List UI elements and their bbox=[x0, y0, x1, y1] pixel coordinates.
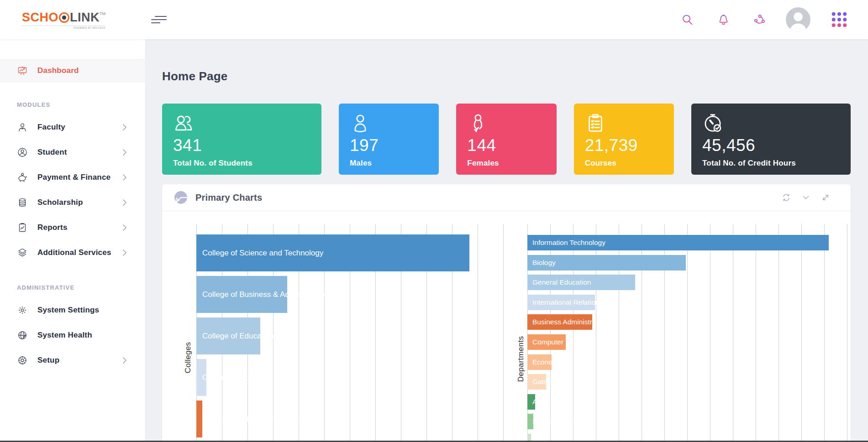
chevron-right-icon bbox=[122, 249, 127, 256]
stat-label: Total No. of Students bbox=[173, 159, 310, 168]
chevron-right-icon bbox=[122, 124, 127, 131]
sidebar-item-additional-services[interactable]: Additional Services bbox=[0, 240, 145, 265]
chart-bar-label: Computer Science bbox=[527, 334, 566, 350]
user-avatar[interactable] bbox=[786, 7, 810, 32]
settings-gear-icon bbox=[17, 305, 28, 316]
primary-charts-panel: Primary Charts bbox=[162, 184, 851, 442]
gridline bbox=[801, 224, 802, 442]
sidebar-item-label: Dashboard bbox=[37, 66, 79, 75]
faculty-icon bbox=[17, 122, 28, 133]
report-clipboard-icon bbox=[17, 222, 28, 233]
charts-area: Colleges Departments College of Science … bbox=[162, 211, 851, 442]
sidebar-item-faculty[interactable]: Faculty bbox=[0, 114, 145, 140]
top-header: SCHO LINK TM POWERED BY MOLTECH bbox=[0, 0, 868, 39]
chart-bar-label: College of Arts and Humanities bbox=[196, 400, 202, 437]
chart-bar[interactable]: General Education bbox=[527, 275, 635, 290]
chart-bar[interactable]: Economics bbox=[527, 354, 552, 370]
gridline bbox=[503, 224, 504, 442]
refresh-icon[interactable] bbox=[781, 192, 791, 203]
panel-header: Primary Charts bbox=[162, 184, 851, 211]
stat-card-males[interactable]: 197 Males bbox=[339, 104, 439, 175]
sidebar-item-reports[interactable]: Reports bbox=[0, 215, 145, 240]
stat-card-females[interactable]: 144 Females bbox=[456, 104, 556, 175]
notifications-bell-icon[interactable] bbox=[717, 14, 730, 26]
chart-bar-label: Economics bbox=[527, 354, 552, 370]
page-title: Home Page bbox=[162, 69, 851, 83]
sidebar-item-payment-finance[interactable]: Payment & Finance bbox=[0, 165, 145, 190]
sidebar-section-administrative: ADMINISTRATIVE bbox=[0, 284, 145, 291]
sidebar-section-modules: MODULES bbox=[0, 101, 145, 108]
chart-bar-label: College of Education bbox=[196, 317, 260, 354]
stat-label: Males bbox=[350, 159, 428, 168]
chart-bar[interactable]: Business Administration bbox=[527, 314, 592, 330]
chart-bar[interactable]: Accounting bbox=[527, 394, 535, 410]
chart-bar-label: Social Sciences bbox=[527, 414, 533, 429]
stat-label: Courses bbox=[585, 159, 663, 168]
sidebar-item-setup[interactable]: Setup bbox=[0, 348, 145, 373]
scholink-logo[interactable]: SCHO LINK TM POWERED BY MOLTECH bbox=[22, 10, 105, 29]
chart-bar[interactable]: College of Arts and Humanities bbox=[196, 400, 202, 437]
student-icon bbox=[17, 147, 28, 158]
stat-card-credit-hours[interactable]: 45,456 Total No. of Credit Hours bbox=[691, 104, 851, 175]
chart-bar[interactable]: International Relations bbox=[527, 295, 595, 310]
globe-health-icon bbox=[17, 330, 28, 341]
gridline bbox=[710, 224, 710, 442]
logo-trademark: TM bbox=[100, 11, 105, 16]
chart-bar-label: Accounting bbox=[527, 394, 535, 410]
courses-checklist-icon bbox=[585, 113, 606, 134]
panel-actions bbox=[781, 192, 831, 203]
chart-bar-label: Business Administration bbox=[527, 314, 592, 330]
students-group-icon bbox=[173, 113, 194, 134]
chart-bar-label: International Relations bbox=[527, 295, 595, 310]
gridline bbox=[779, 224, 779, 442]
app-window: SCHO LINK TM POWERED BY MOLTECH bbox=[0, 0, 868, 442]
chart-bar-label: General Education bbox=[196, 359, 206, 396]
stat-card-total-students[interactable]: 341 Total No. of Students bbox=[162, 104, 321, 175]
apps-grid-icon[interactable] bbox=[831, 12, 847, 27]
panel-title: Primary Charts bbox=[195, 192, 262, 203]
search-icon[interactable] bbox=[681, 14, 694, 26]
chart-bar[interactable]: Gateway bbox=[527, 374, 546, 390]
chart-bar[interactable]: General Education bbox=[196, 359, 206, 396]
chart-bar[interactable]: Biology bbox=[527, 255, 686, 270]
sidebar-item-student[interactable]: Student bbox=[0, 140, 145, 165]
chart-bar-label: Gateway bbox=[527, 374, 546, 390]
share-network-icon[interactable] bbox=[753, 14, 766, 26]
stat-cards-row: 341 Total No. of Students 197 Males bbox=[162, 104, 851, 175]
chart-bar-label: College of Business & Administration bbox=[196, 276, 287, 313]
gridline bbox=[733, 224, 733, 442]
sidebar-item-system-settings[interactable]: System Settings bbox=[0, 297, 145, 322]
collapse-chevron-down-icon[interactable] bbox=[801, 192, 811, 203]
departments-axis-label: Departments bbox=[516, 336, 526, 382]
stat-value: 21,739 bbox=[585, 136, 663, 155]
chart-bar[interactable]: College of Education bbox=[196, 317, 260, 354]
sidebar-item-system-health[interactable]: System Health bbox=[0, 322, 145, 348]
stat-value: 144 bbox=[467, 136, 545, 155]
gridline bbox=[478, 224, 478, 442]
logo-text-scho: SCHO bbox=[22, 10, 58, 25]
chevron-right-icon bbox=[122, 149, 127, 156]
chart-bar[interactable]: Social Sciences bbox=[527, 414, 533, 429]
logo-tagline: POWERED BY MOLTECH bbox=[22, 26, 105, 29]
setup-gear-icon bbox=[17, 355, 28, 366]
chart-bar[interactable]: College of Science and Technology bbox=[196, 234, 469, 271]
chart-bar[interactable]: Computer Science bbox=[527, 334, 566, 350]
main-content: Home Page 341 Total No. of Students bbox=[146, 39, 868, 442]
chart-bar-label: College of Science and Technology bbox=[196, 234, 469, 271]
stat-label: Females bbox=[467, 159, 545, 168]
chevron-right-icon bbox=[122, 199, 127, 206]
coins-icon bbox=[17, 197, 28, 208]
sidebar-item-scholarship[interactable]: Scholarship bbox=[0, 190, 145, 215]
chart-bar-label: Biology bbox=[527, 255, 686, 270]
chart-bar[interactable]: Information Technology bbox=[527, 235, 829, 250]
colleges-chart-plot: College of Science and TechnologyCollege… bbox=[196, 211, 503, 442]
gridline bbox=[824, 224, 825, 442]
chart-bar[interactable]: College of Business & Administration bbox=[196, 276, 287, 313]
gridline bbox=[687, 224, 688, 442]
chevron-right-icon bbox=[122, 224, 127, 231]
sidebar-item-dashboard[interactable]: Dashboard bbox=[0, 59, 145, 82]
female-user-icon bbox=[467, 113, 488, 134]
sidebar-toggle-hamburger-icon[interactable] bbox=[151, 14, 167, 26]
expand-icon[interactable] bbox=[821, 192, 831, 203]
stat-card-courses[interactable]: 21,739 Courses bbox=[574, 104, 674, 175]
